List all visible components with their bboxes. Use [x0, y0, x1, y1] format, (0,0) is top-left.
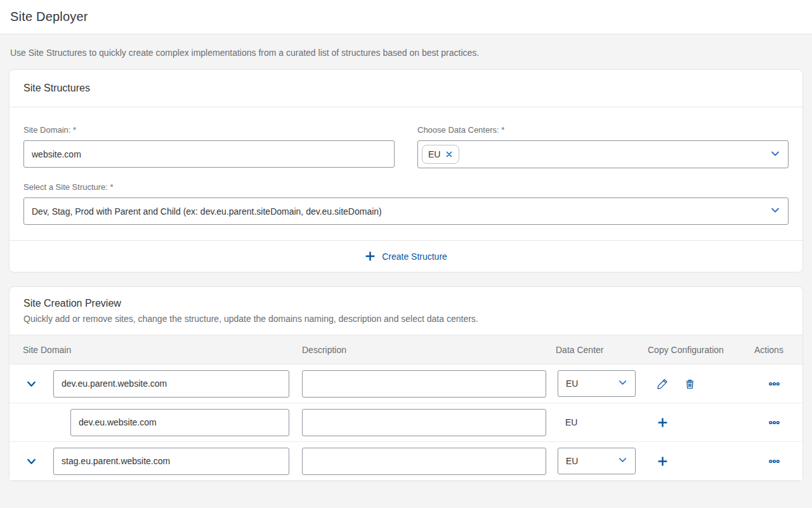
site-creation-preview-panel: Site Creation Preview Quickly add or rem…: [9, 286, 803, 481]
column-header-site-domain: Site Domain: [10, 345, 302, 355]
data-center-cell: EU: [556, 370, 641, 397]
copy-configuration-cell: [641, 456, 746, 467]
column-header-actions: Actions: [746, 345, 802, 355]
site-domain-cell: [53, 370, 302, 398]
row-domain-input[interactable]: [70, 409, 289, 436]
add-site-button[interactable]: [657, 456, 668, 467]
expand-toggle[interactable]: [10, 378, 53, 389]
site-domain-field: Site Domain: *: [23, 125, 395, 168]
overflow-menu-button[interactable]: [769, 417, 780, 428]
chevron-down-icon: [26, 378, 37, 389]
data-center-token: EU: [422, 145, 459, 164]
delete-button[interactable]: [684, 378, 695, 389]
data-center-token-label: EU: [428, 149, 440, 159]
site-structures-title: Site Structures: [23, 83, 90, 94]
overflow-menu-button[interactable]: [769, 456, 780, 467]
overflow-menu-button[interactable]: [769, 378, 780, 389]
preview-subtitle: Quickly add or remove sites, change the …: [23, 313, 789, 325]
data-center-cell: EU: [556, 448, 641, 474]
description-cell: [302, 448, 556, 475]
copy-configuration-cell: [641, 417, 746, 428]
pencil-icon: [657, 378, 668, 389]
row-domain-input[interactable]: [53, 448, 289, 475]
data-center-select[interactable]: EU: [558, 448, 636, 474]
plus-icon: [365, 251, 376, 262]
overflow-dots-icon: [769, 456, 780, 467]
row-domain-input[interactable]: [53, 370, 289, 398]
chevron-down-icon: [618, 378, 627, 389]
site-structures-footer: Create Structure: [10, 240, 802, 272]
table-row: EU: [10, 403, 802, 442]
intro-text: Use Site Structures to quickly create co…: [9, 34, 803, 59]
preview-panel-header: Site Creation Preview Quickly add or rem…: [10, 287, 802, 335]
data-centers-field: Choose Data Centers: * EU: [417, 125, 789, 168]
site-structure-select[interactable]: Dev, Stag, Prod with Parent and Child (e…: [23, 197, 789, 225]
site-structure-selected-value: Dev, Stag, Prod with Parent and Child (e…: [32, 206, 770, 217]
create-structure-button[interactable]: Create Structure: [365, 251, 447, 262]
row-description-input[interactable]: [302, 370, 546, 398]
copy-configuration-cell: [641, 378, 746, 389]
plus-icon: [657, 417, 668, 428]
expand-toggle[interactable]: [10, 456, 53, 467]
description-cell: [302, 370, 556, 398]
page-content: Use Site Structures to quickly create co…: [0, 34, 812, 481]
remove-token-icon[interactable]: [445, 150, 453, 158]
data-center-value: EU: [556, 417, 577, 427]
create-structure-label: Create Structure: [382, 251, 447, 262]
site-domain-input[interactable]: [23, 140, 395, 168]
actions-cell: [746, 378, 802, 389]
data-center-selected-value: EU: [566, 378, 618, 389]
actions-cell: [746, 417, 802, 428]
overflow-dots-icon: [769, 378, 780, 389]
column-header-copy-configuration: Copy Configuration: [641, 345, 746, 355]
site-domain-label: Site Domain: *: [23, 125, 395, 135]
row-description-input[interactable]: [302, 409, 546, 436]
add-site-button[interactable]: [657, 417, 668, 428]
column-header-description: Description: [302, 345, 556, 355]
data-center-select[interactable]: EU: [558, 370, 636, 397]
description-cell: [302, 409, 556, 436]
table-row: EU: [10, 442, 802, 481]
overflow-dots-icon: [769, 417, 780, 428]
data-centers-label: Choose Data Centers: *: [417, 125, 789, 135]
site-structures-panel: Site Structures Site Domain: * Choose Da…: [9, 69, 803, 272]
data-center-selected-value: EU: [566, 456, 618, 466]
preview-title: Site Creation Preview: [23, 298, 789, 309]
plus-icon: [657, 456, 668, 467]
site-domain-cell: [53, 448, 302, 475]
site-domain-cell: [53, 409, 302, 436]
edit-button[interactable]: [657, 378, 668, 389]
page-title: Site Deployer: [10, 10, 88, 24]
table-row: EU: [10, 364, 802, 403]
row-description-input[interactable]: [302, 448, 546, 475]
chevron-down-icon[interactable]: [770, 149, 780, 161]
site-structures-panel-header: Site Structures: [10, 70, 802, 107]
trash-icon: [684, 378, 695, 389]
data-center-cell: EU: [556, 417, 641, 428]
chevron-down-icon: [618, 455, 627, 467]
chevron-down-icon: [26, 456, 37, 467]
column-header-data-center: Data Center: [556, 345, 641, 355]
site-structures-form: Site Domain: * Choose Data Centers: * EU: [10, 107, 802, 240]
data-centers-multiselect[interactable]: EU: [417, 140, 789, 168]
preview-table-header: Site Domain Description Data Center Copy…: [10, 335, 802, 364]
chevron-down-icon: [770, 205, 780, 217]
app-header: Site Deployer: [0, 0, 812, 34]
site-structure-field: Select a Site Structure: * Dev, Stag, Pr…: [23, 182, 789, 225]
actions-cell: [746, 456, 802, 467]
site-structure-label: Select a Site Structure: *: [23, 182, 789, 192]
